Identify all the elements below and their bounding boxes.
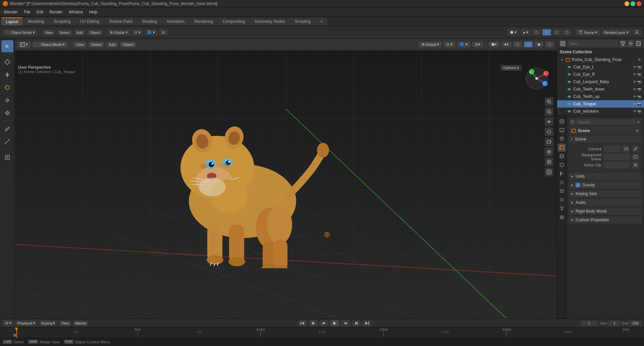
- units-header[interactable]: ▶ Units: [569, 173, 642, 180]
- mode-selector[interactable]: ⬛ Object Mode ▾: [3, 29, 38, 36]
- active-clip-picker-btn[interactable]: [632, 162, 639, 168]
- snap-btn[interactable]: 🔵 ▾: [145, 29, 158, 36]
- filter-btn[interactable]: ☰: [633, 29, 641, 36]
- tab-texture-paint[interactable]: Texture Paint: [104, 18, 137, 25]
- jump-start-btn[interactable]: [298, 320, 307, 326]
- outliner-filter-btn[interactable]: [620, 40, 626, 47]
- prop-output-tab[interactable]: [558, 126, 566, 134]
- teeth-d-visibility[interactable]: 👁 📷: [633, 87, 641, 91]
- outliner-type-btn[interactable]: [560, 40, 566, 47]
- jump-end-btn[interactable]: [363, 320, 371, 326]
- outliner-search-input[interactable]: [568, 40, 618, 47]
- add-obj-btn[interactable]: [1, 151, 13, 163]
- outliner-item-puma[interactable]: ▾ Puma_Cub_Standing_Pose 👁: [557, 56, 644, 63]
- outliner-item-eye-l[interactable]: Cub_Eye_L 👁 📷: [557, 63, 644, 71]
- vp-solid[interactable]: ⬡: [524, 42, 533, 47]
- vp-object-menu[interactable]: Object: [120, 42, 136, 47]
- tab-layout[interactable]: Layout: [1, 17, 23, 25]
- teeth-u-render-icon[interactable]: 📷: [637, 95, 641, 99]
- maximize-button[interactable]: [631, 1, 635, 6]
- prop-viewlayer-tab[interactable]: [558, 135, 566, 143]
- move-tool-btn[interactable]: [1, 69, 13, 81]
- zoom-in-btn[interactable]: [545, 97, 553, 106]
- vp-gizmo-overlay[interactable]: ⬟▾: [489, 42, 499, 47]
- outliner-item-teeth-up[interactable]: Cub_Teeth_up 👁 📷: [557, 93, 644, 100]
- vp-rendered[interactable]: ◉: [535, 42, 543, 47]
- eye-r-visibility[interactable]: 👁 📷: [633, 72, 641, 76]
- prop-modifier-tab[interactable]: [558, 170, 566, 178]
- vp-proportional[interactable]: ◎▾: [472, 42, 483, 47]
- rigid-body-world-header[interactable]: ▶ Rigid Body World: [569, 208, 642, 215]
- vp-pivot[interactable]: ⊙▾: [444, 42, 455, 47]
- navigation-gizmo[interactable]: X Y Z: [523, 65, 553, 95]
- gravity-header[interactable]: ▶ ✓ Gravity: [569, 181, 642, 189]
- camera-picker-btn[interactable]: [623, 146, 630, 152]
- vp-viewport-shading-overlay[interactable]: ●▾: [501, 42, 511, 47]
- vp-add-menu[interactable]: Add: [106, 42, 118, 47]
- eye-l-visibility[interactable]: 👁 📷: [633, 65, 641, 69]
- prop-object-tab[interactable]: [558, 161, 566, 169]
- object-menu[interactable]: Object: [87, 30, 103, 36]
- vp-wire[interactable]: ⬡: [513, 42, 522, 47]
- display-mode-rendered[interactable]: ⬡: [552, 29, 561, 36]
- outliner-item-eye-r[interactable]: Cub_Eye_R 👁 📷: [557, 71, 644, 78]
- gravity-checkbox[interactable]: ✓: [576, 183, 580, 187]
- frame-all-btn[interactable]: [545, 158, 553, 166]
- next-frame-btn[interactable]: [352, 320, 361, 326]
- tab-modeling[interactable]: Modeling: [23, 18, 49, 25]
- eye-r-render-icon[interactable]: 📷: [637, 73, 641, 76]
- shading-dropdown-btn[interactable]: ● ▾: [521, 29, 531, 36]
- zoom-out-btn[interactable]: [545, 107, 553, 116]
- whiskers-render-icon[interactable]: 📷: [637, 110, 641, 113]
- timeline-view-btn[interactable]: View: [59, 321, 71, 326]
- teeth-d-render-icon[interactable]: 📷: [637, 88, 641, 91]
- teeth-d-vis-icon[interactable]: 👁: [633, 87, 637, 91]
- tab-geometry-nodes[interactable]: Geometry Nodes: [250, 18, 290, 25]
- whiskers-visibility[interactable]: 👁 📷: [633, 109, 641, 113]
- options-button[interactable]: Options ▾: [500, 65, 522, 71]
- current-frame-display[interactable]: 1: [581, 321, 597, 326]
- tongue-visibility[interactable]: 👁 📷: [633, 102, 641, 106]
- active-clip-value[interactable]: [603, 162, 630, 168]
- scene-panel-close[interactable]: ✕: [635, 128, 639, 133]
- prev-frame-btn[interactable]: [309, 320, 318, 326]
- tab-rendering[interactable]: Rendering: [190, 18, 217, 25]
- pan-btn[interactable]: [545, 117, 553, 126]
- vp-view-menu[interactable]: View: [73, 42, 87, 47]
- marker-btn[interactable]: Marker: [73, 321, 89, 326]
- camera-edit-btn[interactable]: [632, 146, 639, 152]
- transform-global-btn[interactable]: ⊕ Global ▾: [107, 29, 130, 36]
- viewport-3d[interactable]: ▾ ⬛ Object Mode ▾ View Select Add Object…: [15, 39, 557, 319]
- proportional-btn[interactable]: ◎: [159, 29, 168, 36]
- audio-header[interactable]: ▶ Audio: [569, 199, 642, 206]
- display-mode-solid[interactable]: ⬡: [542, 29, 551, 36]
- vis-eye-icon[interactable]: 👁: [638, 58, 641, 62]
- whiskers-vis-icon[interactable]: 👁: [633, 109, 637, 113]
- prop-particles-tab[interactable]: [558, 178, 566, 186]
- minimize-button[interactable]: [625, 1, 629, 6]
- render-preview-btn[interactable]: [545, 148, 553, 156]
- eye-l-render-icon[interactable]: 📷: [637, 65, 641, 69]
- vp-mode[interactable]: ⬛ Object Mode ▾: [33, 42, 67, 47]
- measure-tool-btn[interactable]: [1, 135, 13, 148]
- outliner-item-teeth-down[interactable]: Cub_Teeth_down 👁 📷: [557, 85, 644, 93]
- tongue-render-icon[interactable]: 📷: [637, 102, 641, 106]
- titlebar-controls[interactable]: [625, 1, 641, 6]
- prop-material-tab[interactable]: [558, 213, 566, 221]
- timeline-type-btn[interactable]: ▾: [3, 320, 13, 326]
- custom-properties-header[interactable]: ▶ Custom Properties: [569, 216, 642, 224]
- keying-sets-header[interactable]: ▶ Keying Sets: [569, 190, 642, 197]
- outliner-item-whiskers[interactable]: Cub_whiskers 👁 📷: [557, 108, 644, 115]
- orbit-btn[interactable]: [545, 127, 553, 136]
- leopard-visibility[interactable]: 👁 📷: [633, 80, 641, 84]
- tab-animation[interactable]: Animation: [162, 18, 189, 25]
- transform-tool-btn[interactable]: [1, 107, 13, 119]
- select-menu[interactable]: Select: [57, 30, 72, 36]
- display-mode-material[interactable]: ⬡: [562, 29, 571, 36]
- outliner-minus-btn[interactable]: [636, 40, 641, 47]
- prev-keyframe-btn[interactable]: [320, 320, 328, 326]
- eye-l-vis-icon[interactable]: 👁: [633, 65, 637, 69]
- teeth-u-vis-icon[interactable]: 👁: [633, 95, 637, 99]
- puma-visibility[interactable]: 👁: [638, 58, 641, 62]
- timeline-ruler[interactable]: 50 100 150 200 250 25 75 125 175 225: [0, 327, 644, 338]
